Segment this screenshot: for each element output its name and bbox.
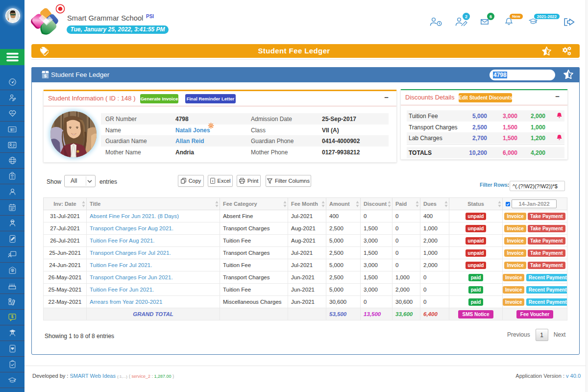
svg-text:$: $ [10, 127, 12, 131]
svg-text:$: $ [44, 74, 47, 78]
svg-text:x: x [212, 179, 214, 183]
svg-text:$: $ [11, 315, 14, 319]
